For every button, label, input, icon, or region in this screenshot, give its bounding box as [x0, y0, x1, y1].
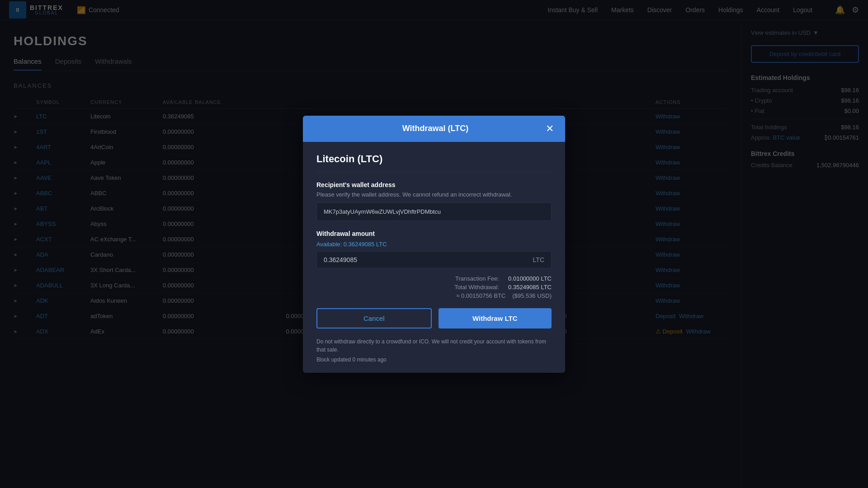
recipient-desc: Please verify the wallet address. We can…	[316, 191, 552, 198]
wallet-address: MK7p3atyUAymW6wZUWLvjVDhftrPDMbtcu	[316, 202, 552, 221]
transaction-fee-value: 0.01000000 LTC	[508, 275, 552, 282]
modal-title: Withdrawal (LTC)	[325, 124, 546, 133]
modal-body: Litecoin (LTC) Recipient's wallet addres…	[303, 142, 565, 373]
cancel-button[interactable]: Cancel	[316, 308, 432, 328]
modal-overlay: Withdrawal (LTC) ✕ Litecoin (LTC) Recipi…	[0, 0, 868, 488]
transaction-fee-row: Transaction Fee: 0.01000000 LTC	[316, 275, 552, 282]
amount-input-row: LTC	[316, 251, 552, 268]
modal-header: Withdrawal (LTC) ✕	[303, 116, 565, 142]
total-withdrawal-value: 0.35249085 LTC	[508, 284, 552, 291]
btc-approx-value: ≈ 0.00150756 BTC	[456, 292, 505, 299]
modal-actions: Cancel Withdraw LTC	[316, 308, 552, 328]
amount-label: Withdrawal amount	[316, 230, 552, 237]
modal-close-button[interactable]: ✕	[546, 124, 554, 134]
transaction-fee-label: Transaction Fee:	[455, 275, 499, 282]
usd-approx-value: ($95.536 USD)	[512, 292, 552, 299]
total-withdrawal-label: Total Withdrawal:	[454, 284, 499, 291]
withdraw-button[interactable]: Withdraw LTC	[439, 308, 552, 328]
modal-footer-block: Block updated 0 minutes ago	[316, 356, 552, 364]
btc-approx-row: ≈ 0.00150756 BTC ($95.536 USD)	[316, 292, 552, 299]
total-withdrawal-row: Total Withdrawal: 0.35249085 LTC	[316, 284, 552, 291]
available-balance-link[interactable]: Available: 0.36249085 LTC	[316, 241, 552, 248]
coin-title: Litecoin (LTC)	[316, 153, 552, 172]
amount-currency: LTC	[533, 256, 544, 263]
recipient-label: Recipient's wallet address	[316, 181, 552, 188]
amount-input[interactable]	[324, 256, 533, 263]
modal-footer-warning: Do not withdraw directly to a crowdfund …	[316, 338, 552, 354]
withdrawal-modal: Withdrawal (LTC) ✕ Litecoin (LTC) Recipi…	[303, 116, 565, 373]
